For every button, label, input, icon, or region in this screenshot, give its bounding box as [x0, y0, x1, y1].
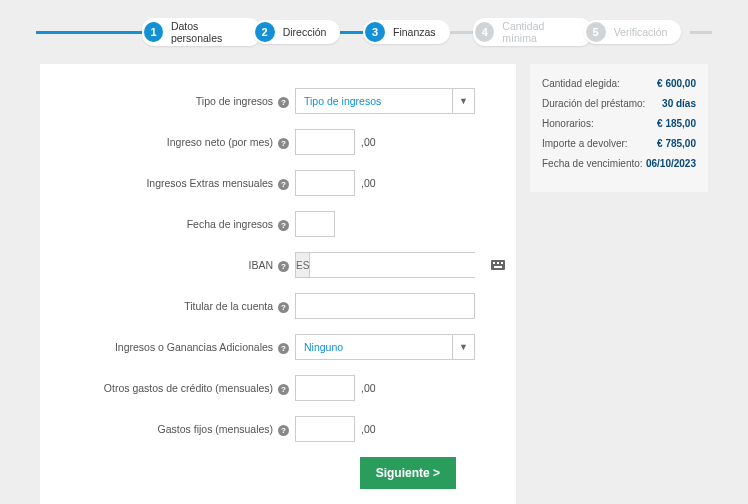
- step-number: 2: [255, 22, 275, 42]
- summary-label: Honorarios:: [542, 118, 594, 129]
- svg-rect-4: [494, 266, 502, 268]
- help-icon[interactable]: ?: [278, 138, 289, 149]
- iban-prefix: ES: [296, 253, 310, 277]
- summary-label: Fecha de vencimiento:: [542, 158, 643, 169]
- summary-row: Cantidad elegida: € 600,00: [542, 78, 696, 89]
- summary-value: 06/10/2023: [646, 158, 696, 169]
- step-number: 1: [144, 22, 163, 42]
- summary-label: Cantidad elegida:: [542, 78, 620, 89]
- summary-row: Importe a devolver: € 785,00: [542, 138, 696, 149]
- step-line: [690, 31, 712, 34]
- step-label: Datos personales: [171, 20, 247, 44]
- other-credit-label: Otros gastos de crédito (mensuales) ?: [50, 382, 295, 395]
- account-holder-label: Titular de la cuenta ?: [50, 300, 295, 313]
- iban-input[interactable]: [310, 253, 491, 277]
- summary-label: Importe a devolver:: [542, 138, 628, 149]
- iban-field[interactable]: ES: [295, 252, 475, 278]
- chevron-down-icon: ▼: [452, 335, 474, 359]
- extra-income-label: Ingresos Extras mensuales ?: [50, 177, 295, 190]
- decimal-suffix: ,00: [361, 382, 376, 394]
- step-number: 4: [475, 22, 494, 42]
- step-label: Verificación: [614, 26, 668, 38]
- step-number: 3: [365, 22, 385, 42]
- step-4: 4 Cantidad mínima: [473, 18, 583, 46]
- step-label: Finanzas: [393, 26, 436, 38]
- help-icon[interactable]: ?: [278, 97, 289, 108]
- decimal-suffix: ,00: [361, 177, 376, 189]
- help-icon[interactable]: ?: [278, 343, 289, 354]
- summary-value: € 185,00: [657, 118, 696, 129]
- step-line: [36, 31, 146, 34]
- income-type-label: Tipo de ingresos ?: [50, 95, 295, 108]
- summary-row: Fecha de vencimiento: 06/10/2023: [542, 158, 696, 169]
- help-icon[interactable]: ?: [278, 302, 289, 313]
- help-icon[interactable]: ?: [278, 261, 289, 272]
- income-type-select[interactable]: Tipo de ingresos ▼: [295, 88, 475, 114]
- net-income-label: Ingreso neto (por mes) ?: [50, 136, 295, 149]
- summary-value: € 600,00: [657, 78, 696, 89]
- additional-income-select[interactable]: Ninguno ▼: [295, 334, 475, 360]
- step-1[interactable]: 1 Datos personales: [142, 18, 252, 46]
- form-panel: Tipo de ingresos ? Tipo de ingresos ▼ In…: [40, 64, 516, 504]
- additional-income-label: Ingresos o Ganancias Adicionales ?: [50, 341, 295, 354]
- step-3[interactable]: 3 Finanzas: [363, 20, 473, 44]
- step-number: 5: [586, 22, 606, 42]
- summary-label: Duración del préstamo:: [542, 98, 645, 109]
- decimal-suffix: ,00: [361, 136, 376, 148]
- summary-value: € 785,00: [657, 138, 696, 149]
- chevron-down-icon: ▼: [452, 89, 474, 113]
- keyboard-icon[interactable]: [491, 260, 505, 270]
- step-label: Cantidad mínima: [502, 20, 577, 44]
- income-date-input[interactable]: [295, 211, 335, 237]
- help-icon[interactable]: ?: [278, 179, 289, 190]
- svg-rect-3: [501, 262, 503, 264]
- step-label: Dirección: [283, 26, 327, 38]
- extra-income-input[interactable]: [295, 170, 355, 196]
- summary-value: 30 días: [662, 98, 696, 109]
- next-button[interactable]: Siguiente >: [360, 457, 456, 489]
- summary-panel: Cantidad elegida: € 600,00 Duración del …: [530, 64, 708, 192]
- stepper: 1 Datos personales 2 Dirección 3 Finanza…: [0, 0, 748, 64]
- help-icon[interactable]: ?: [278, 425, 289, 436]
- income-date-label: Fecha de ingresos ?: [50, 218, 295, 231]
- step-2[interactable]: 2 Dirección: [253, 20, 363, 44]
- summary-row: Duración del préstamo: 30 días: [542, 98, 696, 109]
- account-holder-input[interactable]: [295, 293, 475, 319]
- iban-label: IBAN ?: [50, 259, 295, 272]
- svg-rect-2: [497, 262, 499, 264]
- help-icon[interactable]: ?: [278, 384, 289, 395]
- step-5: 5 Verificación: [584, 20, 694, 44]
- fixed-expenses-input[interactable]: [295, 416, 355, 442]
- other-credit-input[interactable]: [295, 375, 355, 401]
- net-income-input[interactable]: [295, 129, 355, 155]
- decimal-suffix: ,00: [361, 423, 376, 435]
- summary-row: Honorarios: € 185,00: [542, 118, 696, 129]
- help-icon[interactable]: ?: [278, 220, 289, 231]
- fixed-expenses-label: Gastos fijos (mensuales) ?: [50, 423, 295, 436]
- svg-rect-0: [491, 260, 505, 270]
- svg-rect-1: [493, 262, 495, 264]
